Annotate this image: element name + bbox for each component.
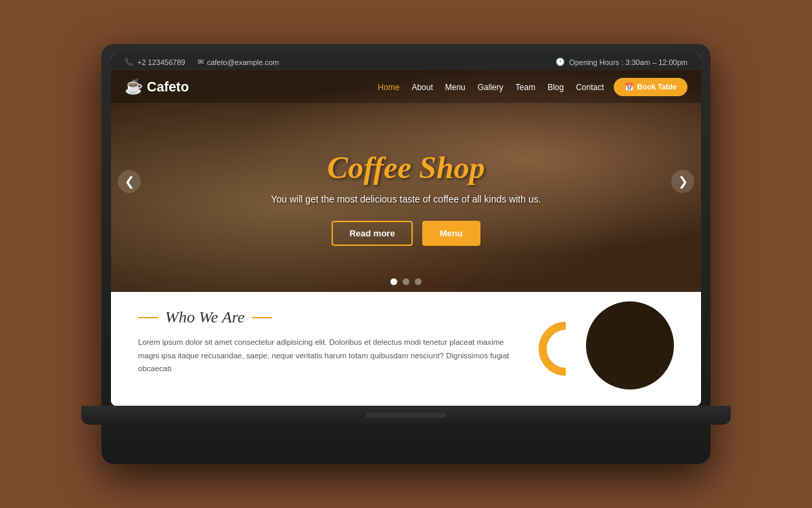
phone-number: +2 123456789 bbox=[137, 58, 185, 66]
phone-icon: 📞 bbox=[125, 58, 134, 66]
menu-button[interactable]: Menu bbox=[422, 221, 480, 246]
nav-item-home[interactable]: Home bbox=[378, 81, 399, 93]
site-logo[interactable]: ☕ Cafeto bbox=[125, 78, 189, 96]
nav-link-menu[interactable]: Menu bbox=[445, 83, 466, 92]
who-we-are-text-block: Who We Are Lorem ipsum dolor sit amet co… bbox=[138, 308, 518, 376]
hero-content-area: Coffee Shop You will get the most delici… bbox=[111, 103, 701, 292]
phone-info: 📞 +2 123456789 bbox=[125, 58, 185, 66]
nav-link-blog[interactable]: Blog bbox=[547, 83, 564, 92]
read-more-button[interactable]: Read more bbox=[332, 221, 412, 246]
who-image-arc-decoration bbox=[539, 322, 593, 376]
website-content: 📞 +2 123456789 ✉ cafeto@example.com 🕐 Op… bbox=[111, 54, 701, 406]
who-we-are-title: Who We Are bbox=[138, 308, 518, 326]
who-we-are-image bbox=[539, 308, 674, 389]
nav-item-gallery[interactable]: Gallery bbox=[478, 81, 503, 93]
logo-text: Cafeto bbox=[147, 79, 189, 95]
nav-item-contact[interactable]: Contact bbox=[576, 81, 604, 93]
hero-title: Coffee Shop bbox=[328, 150, 485, 186]
logo-cup-icon: ☕ bbox=[125, 78, 143, 96]
email-icon: ✉ bbox=[198, 58, 204, 66]
hero-section: ☕ Cafeto Home About Menu bbox=[111, 70, 701, 292]
slide-dot-3[interactable] bbox=[415, 278, 422, 285]
nav-item-blog[interactable]: Blog bbox=[547, 81, 564, 93]
laptop-device: 📞 +2 123456789 ✉ cafeto@example.com 🕐 Op… bbox=[102, 44, 710, 464]
laptop-base bbox=[81, 406, 731, 425]
who-image-circle bbox=[586, 301, 674, 389]
nav-link-contact[interactable]: Contact bbox=[576, 83, 604, 92]
top-bar-left: 📞 +2 123456789 ✉ cafeto@example.com bbox=[125, 58, 279, 66]
book-table-button[interactable]: 📅 Book Table bbox=[614, 78, 687, 96]
laptop-screen: 📞 +2 123456789 ✉ cafeto@example.com 🕐 Op… bbox=[111, 54, 701, 406]
nav-item-menu[interactable]: Menu bbox=[445, 81, 466, 93]
nav-link-list: Home About Menu Gallery bbox=[378, 81, 604, 93]
arrow-right-icon: ❯ bbox=[678, 174, 688, 189]
main-navbar: ☕ Cafeto Home About Menu bbox=[111, 70, 701, 103]
nav-link-about[interactable]: About bbox=[411, 83, 432, 92]
arrow-left-icon: ❮ bbox=[125, 174, 135, 189]
who-we-are-section: Who We Are Lorem ipsum dolor sit amet co… bbox=[111, 292, 701, 406]
nav-link-gallery[interactable]: Gallery bbox=[478, 83, 503, 92]
book-table-label: Book Table bbox=[637, 83, 677, 91]
clock-icon: 🕐 bbox=[556, 58, 565, 66]
nav-link-home[interactable]: Home bbox=[378, 83, 399, 92]
slider-dots bbox=[390, 278, 422, 285]
slide-dot-2[interactable] bbox=[403, 278, 409, 285]
email-address: cafeto@example.com bbox=[207, 58, 279, 66]
hero-subtitle: You will get the most delicious taste of… bbox=[271, 194, 541, 205]
opening-hours-text: Opening Hours : 3:30am – 12:00pm bbox=[569, 58, 687, 66]
slider-prev-button[interactable]: ❮ bbox=[118, 170, 141, 193]
laptop-screen-housing: 📞 +2 123456789 ✉ cafeto@example.com 🕐 Op… bbox=[102, 44, 710, 464]
slider-next-button[interactable]: ❯ bbox=[671, 170, 694, 193]
top-bar: 📞 +2 123456789 ✉ cafeto@example.com 🕐 Op… bbox=[111, 54, 701, 70]
email-info: ✉ cafeto@example.com bbox=[198, 58, 279, 66]
nav-item-about[interactable]: About bbox=[411, 81, 432, 93]
nav-link-team[interactable]: Team bbox=[516, 83, 535, 92]
calendar-icon: 📅 bbox=[625, 83, 634, 91]
who-we-are-body: Lorem ipsum dolor sit amet consectetur a… bbox=[138, 336, 518, 376]
slide-dot-1[interactable] bbox=[390, 278, 397, 285]
hero-button-group: Read more Menu bbox=[332, 221, 480, 246]
nav-item-team[interactable]: Team bbox=[516, 81, 535, 93]
opening-hours-info: 🕐 Opening Hours : 3:30am – 12:00pm bbox=[556, 58, 687, 66]
